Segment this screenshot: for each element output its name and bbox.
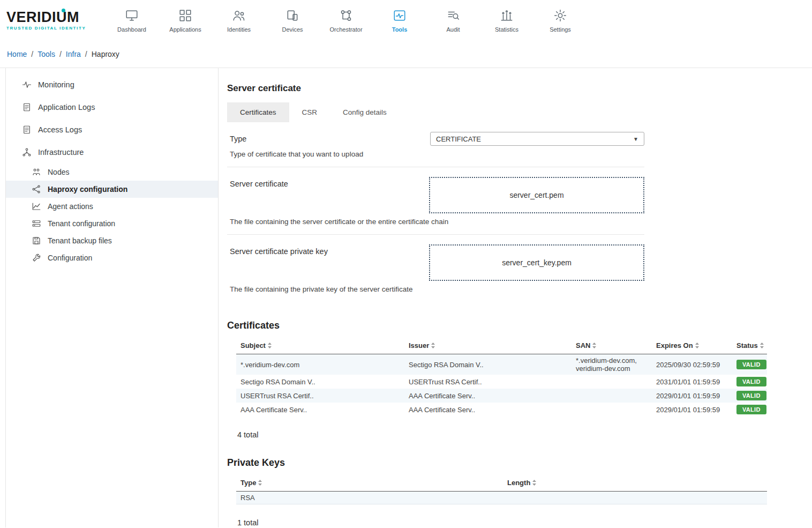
private-keys-table-header: Type Length [236,476,767,492]
private-key-filename: server_cert_key.pem [502,258,572,267]
content-area: Monitoring Application Logs Access Logs … [0,68,812,527]
private-key-dropzone[interactable]: server_cert_key.pem [429,244,644,281]
type-label: Type [230,135,246,143]
cell-expires: 2031/01/01 01:59:59 [652,375,732,389]
cell-subject: AAA Certificate Serv.. [236,403,404,417]
logo-dot-icon [62,9,65,12]
nav-item-identities[interactable]: Identities [212,9,266,33]
column-header-expires-on[interactable]: Expires On [652,339,732,354]
pulse-icon [22,80,32,90]
cell-issuer: AAA Certificate Serv.. [404,403,572,417]
certificates-table-header: Subject Issuer SAN Expires On Status [236,339,767,354]
table-row[interactable]: *.veridium-dev.com Sectigo RSA Domain V.… [236,354,767,375]
nav-item-statistics[interactable]: Statistics [480,9,533,33]
server-certificate-label: Server certificate [230,180,288,188]
sidebar-item-tenant-backup-files[interactable]: Tenant backup files [6,232,218,249]
wrench-icon [32,253,41,263]
sort-icon [258,479,262,487]
tools-icon [393,9,407,24]
sidebar-item-monitoring[interactable]: Monitoring [6,73,218,96]
sidebar-item-label: Configuration [48,254,92,262]
sidebar-item-access-logs[interactable]: Access Logs [6,118,218,141]
server-stack-icon [32,219,41,228]
veridium-logo[interactable]: VERIDIUM TRUSTED DIGITAL IDENTITY [6,10,87,31]
cell-status: VALID [732,354,767,375]
nav-item-orchestrator[interactable]: Orchestrator [319,9,373,33]
cell-san [572,403,652,417]
table-row[interactable]: Sectigo RSA Domain V.. USERTrust RSA Cer… [236,375,767,389]
sidebar: Monitoring Application Logs Access Logs … [5,68,219,527]
sidebar-item-infrastructure[interactable]: Infrastructure [6,141,218,163]
logo-tagline: TRUSTED DIGITAL IDENTITY [6,26,87,31]
type-help-text: Type of certificate that you want to upl… [230,150,644,158]
selected-type-value: CERTIFICATE [436,135,481,143]
devices-icon [285,9,299,24]
sidebar-item-configuration[interactable]: Configuration [6,249,218,266]
status-badge: VALID [736,391,766,400]
sidebar-item-label: Agent actions [48,202,93,211]
sidebar-item-application-logs[interactable]: Application Logs [6,96,218,118]
cell-issuer: Sectigo RSA Domain V.. [404,354,572,375]
nav-item-devices[interactable]: Devices [266,9,319,33]
logo-wordmark: VERIDIUM [6,10,87,25]
sort-icon [592,342,596,350]
private-key-label: Server certificate private key [230,247,328,256]
column-header-status[interactable]: Status [732,339,767,354]
cell-subject: Sectigo RSA Domain V.. [236,375,404,389]
certificate-type-select[interactable]: CERTIFICATE ▼ [430,132,644,146]
cell-subject: *.veridium-dev.com [236,354,404,375]
breadcrumb-infra[interactable]: Infra [66,50,81,58]
column-header-type[interactable]: Type [236,476,503,492]
sidebar-item-nodes[interactable]: Nodes [6,163,218,181]
tab-certificates[interactable]: Certificates [227,102,289,122]
private-keys-total: 1 total [237,518,812,527]
certificates-table: Subject Issuer SAN Expires On Status *.v… [236,339,767,417]
sidebar-item-tenant-configuration[interactable]: Tenant configuration [6,215,218,232]
nav-item-audit[interactable]: Audit [426,9,480,33]
nav-item-settings[interactable]: Settings [533,9,587,33]
share-network-icon [32,184,41,194]
private-keys-table: Type Length RSA [236,476,767,504]
cell-expires: 2029/01/01 01:59:59 [652,389,732,403]
sidebar-item-label: Haproxy configuration [48,185,127,194]
sidebar-item-agent-actions[interactable]: Agent actions [6,198,218,215]
applications-icon [178,9,192,24]
server-certificate-help-text: The file containing the server certifica… [230,218,644,226]
cell-status: VALID [732,403,767,417]
sidebar-item-haproxy-configuration[interactable]: Haproxy configuration [6,181,218,198]
type-form-block: Type CERTIFICATE ▼ Type of certificate t… [227,122,644,167]
status-badge: VALID [736,377,766,386]
tab-csr[interactable]: CSR [289,102,330,122]
cell-expires: 2029/01/01 01:59:59 [652,403,732,417]
main-panel: Server certificate Certificates CSR Conf… [219,68,812,527]
cell-status: VALID [732,389,767,403]
breadcrumb-tools[interactable]: Tools [37,50,55,58]
nav-item-dashboard[interactable]: Dashboard [105,9,159,33]
breadcrumb-home[interactable]: Home [7,50,27,58]
cell-key-type: RSA [236,492,503,504]
cell-san [572,389,652,403]
nav-item-tools[interactable]: Tools [373,9,426,33]
tab-config-details[interactable]: Config details [330,102,400,122]
breadcrumb-current: Haproxy [92,50,119,58]
column-header-subject[interactable]: Subject [236,339,404,354]
table-row[interactable]: USERTrust RSA Certif.. AAA Certificate S… [236,389,767,403]
sort-icon [431,342,435,350]
column-header-issuer[interactable]: Issuer [404,339,572,354]
sort-icon [760,342,764,350]
nav-item-applications[interactable]: Applications [159,9,212,33]
orchestrator-icon [339,9,353,24]
table-row[interactable]: RSA [236,492,767,504]
top-navigation: VERIDIUM TRUSTED DIGITAL IDENTITY Dashbo… [0,0,812,41]
column-header-san[interactable]: SAN [572,339,652,354]
server-certificate-dropzone[interactable]: server_cert.pem [429,177,644,213]
server-certificate-block: Server certificate server_cert.pem The f… [227,167,644,235]
column-header-length[interactable]: Length [503,476,767,492]
table-row[interactable]: AAA Certificate Serv.. AAA Certificate S… [236,403,767,417]
tab-bar: Certificates CSR Config details [227,102,812,122]
cell-key-length [503,492,767,504]
dashboard-icon [125,9,139,24]
settings-icon [553,9,567,24]
statistics-icon [500,9,514,24]
server-certificate-filename: server_cert.pem [509,191,563,199]
